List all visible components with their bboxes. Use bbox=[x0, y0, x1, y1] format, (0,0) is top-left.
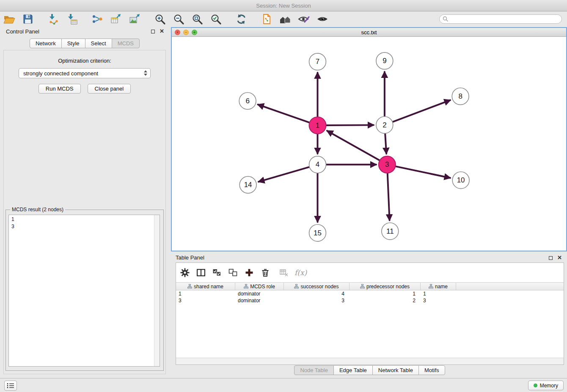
network-graph[interactable]: 7968124314101511 bbox=[172, 37, 566, 251]
table-tab-motifs[interactable]: Motifs bbox=[418, 365, 445, 375]
export-image-button[interactable] bbox=[127, 13, 142, 25]
panel-list-button[interactable] bbox=[4, 381, 17, 391]
table-panel-close-button[interactable]: ✕ bbox=[557, 256, 562, 260]
unselect-all-icon bbox=[228, 268, 238, 277]
memory-button[interactable]: Memory bbox=[528, 381, 564, 390]
run-mcds-button[interactable]: Run MCDS bbox=[39, 84, 81, 94]
refresh-layout-button[interactable] bbox=[234, 13, 248, 25]
table-cell[interactable]: 1 bbox=[176, 290, 235, 297]
edge-2-3[interactable] bbox=[385, 133, 386, 154]
tab-mcds[interactable]: MCDS bbox=[112, 39, 140, 48]
tab-network[interactable]: Network bbox=[30, 39, 62, 48]
node-label-3: 3 bbox=[385, 160, 389, 168]
zoom-selected-button[interactable] bbox=[209, 13, 223, 25]
node-label-1: 1 bbox=[316, 121, 319, 130]
column-header-successor-nodes[interactable]: successor nodes bbox=[284, 283, 350, 290]
table-cell[interactable]: 2 bbox=[350, 297, 421, 304]
plus-icon bbox=[245, 268, 254, 277]
network-analyzer-button[interactable] bbox=[278, 13, 292, 25]
result-scrollbar[interactable] bbox=[154, 215, 160, 366]
hide-details-button[interactable] bbox=[297, 13, 311, 25]
edge-3-11[interactable] bbox=[388, 173, 390, 221]
edge-3-1[interactable] bbox=[327, 131, 380, 160]
window-minimize-button[interactable]: − bbox=[183, 30, 189, 35]
close-panel-button[interactable]: Close panel bbox=[88, 84, 131, 94]
node-label-8: 8 bbox=[458, 92, 462, 100]
column-header-filler bbox=[456, 283, 564, 290]
table-tab-network-table[interactable]: Network Table bbox=[372, 365, 419, 375]
delete-table-button bbox=[278, 267, 289, 278]
table-settings-button[interactable] bbox=[179, 267, 190, 278]
table-horizontal-scrollbar[interactable] bbox=[176, 358, 564, 364]
tab-select[interactable]: Select bbox=[85, 39, 112, 48]
table-cell[interactable]: dominator bbox=[235, 297, 284, 304]
export-image-icon bbox=[129, 14, 140, 25]
table-cell[interactable]: 4 bbox=[284, 290, 350, 297]
column-edit-icon bbox=[187, 284, 192, 289]
open-session-button[interactable] bbox=[2, 13, 17, 25]
edge-4-14[interactable] bbox=[259, 167, 309, 182]
mcds-result-box[interactable]: 1 3 bbox=[8, 215, 160, 367]
control-panel-header: Control Panel ✕ bbox=[0, 26, 169, 37]
column-header-shared-name[interactable]: shared name bbox=[176, 283, 235, 290]
node-label-7: 7 bbox=[316, 58, 319, 66]
gear-icon bbox=[180, 268, 190, 277]
save-session-button[interactable] bbox=[21, 13, 35, 25]
search-field bbox=[439, 14, 562, 24]
control-panel-float-button[interactable] bbox=[151, 30, 155, 33]
search-icon bbox=[443, 16, 449, 24]
zoom-in-button[interactable] bbox=[153, 13, 167, 25]
search-input[interactable] bbox=[439, 14, 562, 24]
table-cell[interactable]: 1 bbox=[421, 290, 456, 297]
table-tab-edge-table[interactable]: Edge Table bbox=[333, 365, 373, 375]
select-all-button[interactable] bbox=[212, 267, 223, 278]
main-toolbar bbox=[0, 11, 567, 27]
network-view-window: × − + scc.txt 7968124314101511 bbox=[171, 27, 567, 251]
column-header-MCDS-role[interactable]: MCDS role bbox=[235, 283, 284, 290]
function-builder-button: f(x) bbox=[295, 268, 307, 277]
edge-3-10[interactable] bbox=[395, 166, 450, 178]
mcds-result-group: MCDS result (2 nodes) 1 3 bbox=[6, 210, 164, 371]
show-details-button[interactable] bbox=[315, 13, 330, 25]
delete-table-icon bbox=[279, 268, 289, 277]
window-zoom-button[interactable]: + bbox=[192, 30, 197, 35]
table-tab-node-table[interactable]: Node Table bbox=[294, 365, 334, 375]
network-canvas[interactable]: 7968124314101511 bbox=[172, 37, 566, 251]
table-cell[interactable]: dominator bbox=[235, 290, 284, 297]
new-network-button[interactable] bbox=[90, 13, 105, 25]
export-table-button[interactable] bbox=[109, 13, 123, 25]
window-close-button[interactable]: × bbox=[175, 30, 180, 35]
optimization-criterion-value: strongly connected component bbox=[23, 70, 98, 77]
tab-style[interactable]: Style bbox=[61, 39, 85, 48]
copy-network-button[interactable] bbox=[259, 13, 274, 25]
status-bar: Memory bbox=[0, 378, 567, 392]
delete-column-button[interactable] bbox=[260, 267, 271, 278]
unselect-all-button[interactable] bbox=[228, 267, 239, 278]
edge-1-6[interactable] bbox=[258, 105, 310, 123]
control-panel-close-button[interactable]: ✕ bbox=[160, 29, 164, 33]
edge-2-8[interactable] bbox=[392, 100, 450, 122]
import-network-icon bbox=[47, 14, 59, 25]
column-header-name[interactable]: name bbox=[421, 283, 456, 290]
table-cell[interactable]: 3 bbox=[421, 297, 456, 304]
optimization-criterion-select[interactable]: strongly connected component bbox=[19, 68, 151, 78]
zoom-fit-button[interactable] bbox=[190, 13, 204, 25]
edge-1-2[interactable] bbox=[326, 125, 374, 125]
zoom-out-button[interactable] bbox=[171, 13, 186, 25]
import-network-button[interactable] bbox=[46, 13, 61, 25]
network-window-title: scc.txt bbox=[361, 29, 377, 36]
open-folder-icon bbox=[3, 14, 15, 25]
table-cell[interactable]: 3 bbox=[176, 297, 235, 304]
node-label-14: 14 bbox=[244, 181, 252, 189]
table-panel-body: f(x) shared nameMCDS rolesuccessor nodes… bbox=[176, 262, 564, 365]
add-column-button[interactable] bbox=[244, 267, 255, 278]
column-header-predecessor-nodes[interactable]: predecessor nodes bbox=[350, 283, 421, 290]
zoom-selected-icon bbox=[210, 14, 222, 25]
show-columns-button[interactable] bbox=[195, 267, 206, 278]
table-toolbar: f(x) bbox=[176, 263, 564, 282]
import-table-button[interactable] bbox=[65, 13, 79, 25]
table-cell[interactable]: 1 bbox=[350, 290, 421, 297]
save-icon bbox=[22, 14, 33, 25]
table-panel-float-button[interactable] bbox=[549, 256, 553, 260]
table-cell[interactable]: 3 bbox=[284, 297, 350, 304]
